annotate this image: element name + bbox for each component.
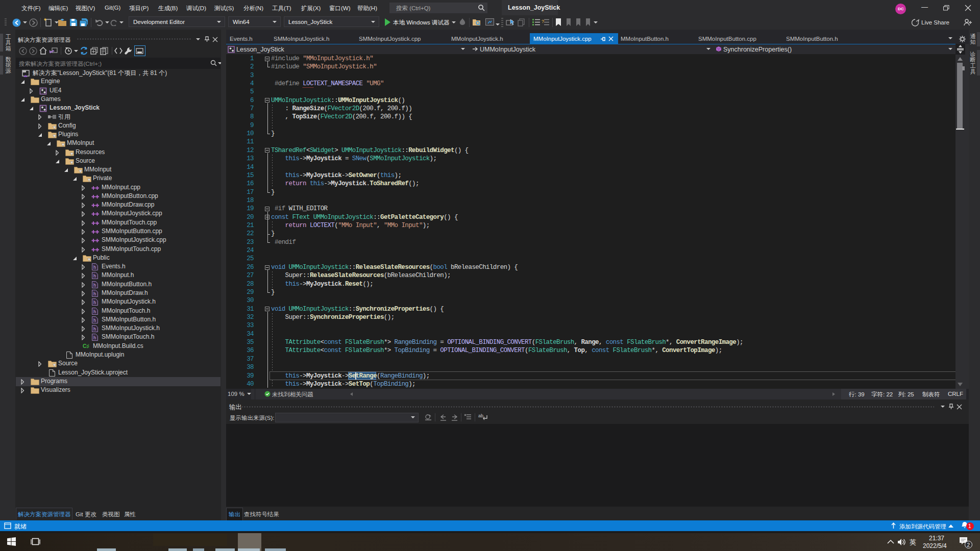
svg-text:h: h: [93, 283, 96, 288]
svg-text:h: h: [93, 265, 96, 270]
svg-text:h: h: [93, 273, 96, 279]
svg-text:h: h: [93, 291, 96, 296]
svg-text:h: h: [93, 327, 96, 332]
svg-text:h: h: [93, 318, 96, 323]
svg-text:h: h: [93, 300, 96, 305]
svg-text:?: ?: [542, 19, 544, 24]
svg-text:h: h: [93, 335, 96, 340]
svg-text:h: h: [93, 309, 96, 314]
